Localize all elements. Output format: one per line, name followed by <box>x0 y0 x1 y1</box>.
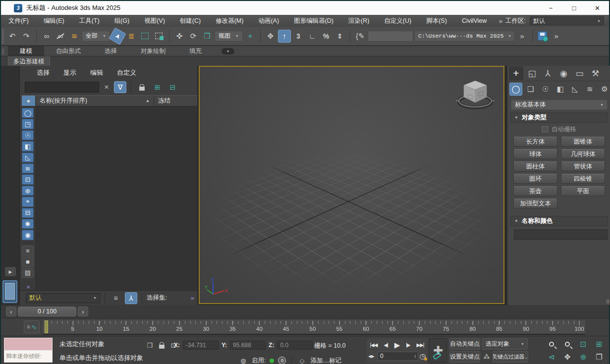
bind-to-space-warp-icon[interactable]: ≋ <box>68 30 81 43</box>
lock-icon[interactable] <box>136 81 148 93</box>
close-button[interactable]: ✕ <box>586 1 609 15</box>
perspective-viewport[interactable]: X Y Z <box>199 66 504 304</box>
undo-icon[interactable]: ↶ <box>6 30 19 43</box>
display-groups-icon[interactable]: ⊡ <box>22 174 34 184</box>
explorer-menu-item[interactable]: 显示 <box>56 68 83 77</box>
display-particles-icon[interactable]: ✱ <box>22 219 34 229</box>
collapse-all-icon[interactable]: ⊟ <box>166 81 179 93</box>
timeline-ruler[interactable]: 0510152025303540455055606570758085909510… <box>43 320 585 335</box>
expand-all-icon[interactable]: ⊞ <box>151 81 164 93</box>
ribbon-overflow-icon[interactable]: ▾ <box>222 48 234 54</box>
object-type-button[interactable]: 圆环 <box>513 174 557 184</box>
maxscript-mini-listener[interactable]: 脚本迷你侦听: <box>4 338 53 363</box>
cube-icon[interactable]: ◇ <box>297 356 306 364</box>
menu-item[interactable]: 编辑(E) <box>36 15 72 27</box>
menu-item[interactable]: 文件(F) <box>1 15 36 27</box>
field-of-view-icon[interactable]: ⊲ <box>544 351 559 363</box>
display-xrefs-icon[interactable]: ⊕ <box>22 186 34 196</box>
menu-item[interactable]: 工具(T) <box>72 15 107 27</box>
autogrid-checkbox[interactable] <box>542 126 548 132</box>
current-frame-field[interactable]: 0 ▴▾ <box>378 352 418 361</box>
rectangular-selection-region-icon[interactable] <box>139 30 152 43</box>
use-pivot-point-center-icon[interactable]: ⌖ <box>244 30 257 43</box>
time-configuration-icon[interactable]: ◷ <box>420 352 426 360</box>
z-coordinate-field[interactable]: 0.0 <box>277 341 313 350</box>
strip-overflow-icon[interactable]: » <box>27 283 29 290</box>
object-type-rollout-header[interactable]: ▼ 对象类型 ⠿ <box>510 112 608 123</box>
selection-filter-dropdown[interactable]: 全部▼ <box>82 31 110 42</box>
ribbon-tab-对象绘制[interactable]: 对象绘制 <box>129 46 177 56</box>
display-bones-icon[interactable]: ⌖ <box>22 197 34 207</box>
selection-lock-icon[interactable] <box>157 341 166 350</box>
go-to-end-icon[interactable]: ▶▶| <box>416 342 424 348</box>
workspace-dropdown[interactable]: 默认 ▼ <box>530 16 604 25</box>
zoom-extents-icon[interactable]: ⊡ <box>576 338 591 350</box>
filter-icon[interactable]: ∇ <box>114 81 126 93</box>
play-icon[interactable]: ▶ <box>394 341 400 350</box>
reference-coordinate-system-dropdown[interactable]: 视图▼ <box>215 31 243 42</box>
key-mode-dropdown[interactable]: 选定对象 ▼ <box>482 338 528 350</box>
menu-item[interactable]: 动画(A) <box>251 15 286 27</box>
name-color-rollout-header[interactable]: ▼ 名称和颜色 ⠿ <box>510 216 608 226</box>
percent-snap-toggle-icon[interactable]: % <box>320 30 333 43</box>
expand-panel-button[interactable]: ▶ <box>5 267 16 276</box>
display-helpers-icon[interactable]: ◺ <box>22 153 34 162</box>
explorer-preset-dropdown[interactable]: 默认 ▼ <box>26 293 100 303</box>
display-list-icon[interactable]: ≡ <box>22 246 34 256</box>
listener-macro-pane[interactable] <box>4 338 53 351</box>
save-file-icon[interactable] <box>536 30 549 43</box>
menu-item[interactable]: 自定义(U) <box>377 15 419 27</box>
menu-item[interactable]: 脚本(S) <box>419 15 454 27</box>
menu-item[interactable]: 视图(V) <box>137 15 172 27</box>
create-shapes-icon[interactable]: ❏ <box>524 83 537 96</box>
redo-icon[interactable]: ↷ <box>20 30 33 43</box>
object-type-button[interactable]: 加强型文本 <box>513 199 557 208</box>
zero-badge[interactable]: 0 <box>278 357 286 364</box>
frame-counter[interactable]: 0 / 100 <box>18 307 76 316</box>
display-tab-icon[interactable]: ▭ <box>572 66 587 80</box>
zoom-icon[interactable] <box>544 338 559 350</box>
create-tab-icon[interactable]: + <box>509 66 523 80</box>
column-filter-icon[interactable]: ● <box>22 96 36 106</box>
menu-item[interactable]: CivilView <box>454 15 494 27</box>
select-and-scale-icon[interactable]: ❐ <box>201 30 214 43</box>
display-materials-icon[interactable]: ■ <box>22 257 34 266</box>
isolate-selection-icon[interactable]: ◍ <box>239 356 248 364</box>
motion-tab-icon[interactable]: ◉ <box>556 66 571 80</box>
zoom-extents-all-icon[interactable]: ⊞ <box>592 338 607 350</box>
previous-frame-button[interactable]: ‹ <box>6 307 16 316</box>
mini-curve-editor-button[interactable]: ≣ ∿ <box>24 320 40 333</box>
key-filter-icon[interactable]: ⁂ <box>482 353 491 362</box>
spinner-snap-toggle-icon[interactable]: ⇕ <box>333 30 346 43</box>
object-type-button[interactable]: 四棱锥 <box>561 174 605 184</box>
layers-icon[interactable]: ≡ <box>110 292 122 304</box>
set-key-button[interactable]: 设置关键点 <box>449 351 480 363</box>
create-geometry-icon[interactable]: ◯ <box>509 83 522 96</box>
create-cameras-icon[interactable]: ◧ <box>554 83 567 96</box>
select-and-link-icon[interactable]: ∞ <box>40 30 53 43</box>
display-geometry-icon[interactable]: ◯ <box>22 108 34 118</box>
menu-item[interactable]: 组(G) <box>107 15 137 27</box>
object-type-button[interactable]: 茶壶 <box>513 186 557 196</box>
display-shapes-icon[interactable]: ◳ <box>22 119 34 129</box>
display-containers-icon[interactable]: ⊟ <box>22 208 34 218</box>
select-and-move-icon[interactable]: ✜ <box>173 30 186 43</box>
display-properties-icon[interactable]: ▤ <box>22 268 34 278</box>
display-lights-icon[interactable]: ☉ <box>22 130 34 140</box>
select-and-rotate-icon[interactable]: ⟳ <box>187 30 200 43</box>
object-type-button[interactable]: 球体 <box>513 149 557 159</box>
next-frame-button[interactable]: › <box>78 307 88 316</box>
window-crossing-toggle-icon[interactable] <box>153 30 166 43</box>
named-selection-sets-field[interactable] <box>368 31 413 42</box>
display-frozen-icon[interactable]: ◉ <box>22 230 34 240</box>
object-name-field[interactable] <box>514 229 608 240</box>
viewport-layout-tab[interactable] <box>2 280 17 303</box>
display-cameras-icon[interactable]: ◧ <box>22 141 34 151</box>
ribbon-drag-handle[interactable] <box>2 48 4 54</box>
menu-item[interactable]: 创建(C) <box>172 15 208 27</box>
create-space-warps-icon[interactable]: ≋ <box>583 83 596 96</box>
set-keys-button[interactable]: ✚ <box>429 338 447 363</box>
category-dropdown[interactable]: 标准基本体 ▼ <box>511 100 608 110</box>
key-mode-toggle-icon[interactable]: ◀ ▶ <box>368 354 376 359</box>
column-name-header[interactable]: 名称(按升序排序) ▲ <box>36 96 154 106</box>
